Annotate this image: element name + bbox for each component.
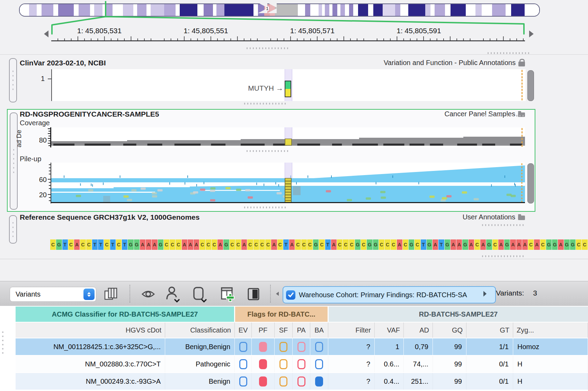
clinvar-variant-marker[interactable] (285, 81, 291, 97)
column-header-ba[interactable]: BA (310, 322, 328, 338)
visibility-eye-icon[interactable] (140, 286, 157, 302)
flag-cell[interactable] (293, 373, 310, 390)
sequence-base: C (170, 239, 175, 250)
cell-vaf[interactable]: 0.4... (375, 373, 404, 390)
flag-cell[interactable] (310, 373, 328, 390)
splitter-handle[interactable] (247, 47, 288, 49)
cell-gt[interactable]: 0/1 (466, 373, 513, 390)
cell-classification[interactable]: Benign (165, 373, 235, 390)
flag-cell[interactable] (293, 338, 310, 355)
flag-pa[interactable] (297, 342, 305, 352)
flag-cell[interactable] (275, 338, 293, 355)
cell-filter[interactable]: ? (328, 356, 375, 372)
flag-cell[interactable] (252, 373, 275, 390)
view-selector-dropdown[interactable]: Variants (10, 287, 96, 302)
column-layout-icon[interactable] (103, 286, 119, 302)
flag-ba[interactable] (315, 359, 323, 369)
group-header-2[interactable]: Flags for RD-BATC... (235, 307, 328, 322)
cell-gq[interactable]: 99 (433, 373, 466, 390)
pill-scroll-left-arrow[interactable] (276, 292, 279, 296)
chromosome-ideogram[interactable] (19, 3, 540, 17)
coordinate-ruler[interactable]: 1: 45,805,5311: 45,805,5511: 45,805,5711… (51, 26, 525, 43)
cell-gt[interactable]: 0/1 (466, 356, 513, 372)
flag-ev[interactable] (239, 359, 247, 369)
column-header-pf[interactable]: PF (252, 322, 275, 338)
column-header-ev[interactable]: EV (235, 322, 252, 338)
flag-ev[interactable] (239, 376, 247, 387)
flag-cell[interactable] (252, 338, 275, 355)
flag-cell[interactable] (310, 338, 328, 355)
cell-ad[interactable]: 74,... (404, 356, 433, 372)
group-header-3[interactable]: RD-BATCH5-SAMPLE27 (329, 307, 588, 322)
flag-cell[interactable] (235, 373, 252, 390)
flag-pf[interactable] (259, 359, 267, 369)
row-gutter-handle[interactable] (2, 331, 3, 354)
splitter-handle[interactable] (482, 255, 524, 257)
flag-cell[interactable] (293, 356, 310, 372)
folder-icon[interactable] (518, 216, 525, 220)
flag-pf[interactable] (259, 342, 267, 352)
cell-filter[interactable]: ? (328, 373, 375, 390)
lock-icon[interactable] (518, 62, 525, 66)
splitter-handle[interactable] (244, 103, 286, 104)
scroll-right-arrow[interactable] (529, 30, 534, 37)
cell-hgvs[interactable]: NM_000249.3:c.-93G>A (16, 373, 165, 390)
flag-pf[interactable] (259, 376, 267, 387)
cell-hgvs[interactable]: NM_001128425.1:c.36+325C>G,... (16, 338, 165, 355)
cell-ad[interactable]: 251... (404, 373, 433, 390)
column-header-classification[interactable]: Classification (165, 322, 235, 338)
cell-classification[interactable]: Benign,Benign (165, 338, 235, 355)
column-header-filter[interactable]: Filter (328, 322, 375, 338)
group-header-1[interactable]: ACMG Classifier for RD-BATCH5-SAMPLE27 (16, 307, 234, 322)
splitter-handle[interactable] (482, 224, 524, 226)
cell-ad[interactable]: 0,79 (404, 338, 433, 355)
flag-ba[interactable] (315, 342, 323, 352)
flag-cell[interactable] (235, 338, 252, 355)
flag-cell[interactable] (252, 356, 275, 372)
splitter-handle[interactable] (488, 52, 529, 54)
clinvar-scrollbar[interactable] (527, 70, 534, 101)
column-header-hgvs-cdot[interactable]: HGVS cDot (16, 322, 165, 338)
splitter-handle[interactable] (247, 150, 288, 152)
cell-hgvs[interactable]: NM_002880.3:c.770C>T (16, 356, 165, 372)
checkbox-checked-icon[interactable] (286, 290, 295, 300)
flag-cell[interactable] (275, 356, 293, 372)
sample-filter-icon[interactable] (164, 286, 181, 302)
scroll-left-arrow[interactable] (44, 30, 48, 37)
splitter-handle[interactable] (244, 207, 286, 208)
flag-sf[interactable] (279, 359, 287, 369)
cell-vaf[interactable]: 0.6... (375, 356, 404, 372)
flag-cell[interactable] (310, 356, 328, 372)
add-table-icon[interactable] (220, 286, 236, 302)
flag-ev[interactable] (239, 342, 247, 352)
warehouse-cohort-filter[interactable]: Warehouse Cohort: Primary Findings: RD-B… (283, 286, 496, 303)
flag-cell[interactable] (275, 373, 293, 390)
cell-vaf[interactable]: 1 (375, 338, 404, 355)
column-header-zyg-[interactable]: Zyg... (513, 322, 588, 338)
cell-zyg[interactable]: Homoz (513, 338, 588, 355)
cell-filter[interactable]: ? (328, 338, 375, 355)
flag-sf[interactable] (279, 342, 287, 352)
cell-gq[interactable]: 99 (433, 356, 466, 372)
cell-gt[interactable]: 1/1 (466, 338, 513, 355)
column-header-gq[interactable]: GQ (433, 322, 466, 338)
cell-classification[interactable]: Pathogenic (165, 356, 235, 372)
region-filter-icon[interactable] (191, 286, 208, 302)
flag-pa[interactable] (297, 359, 305, 369)
splitter-handle[interactable] (482, 115, 524, 117)
column-header-vaf[interactable]: VAF (375, 322, 404, 338)
column-header-gt[interactable]: GT (466, 322, 513, 338)
column-header-pa[interactable]: PA (293, 322, 310, 338)
column-header-sf[interactable]: SF (275, 322, 293, 338)
flag-sf[interactable] (279, 376, 287, 387)
chevron-right-icon[interactable] (483, 291, 487, 297)
flag-cell[interactable] (235, 356, 252, 372)
flag-ba[interactable] (315, 376, 323, 387)
pileup-scrollbar[interactable] (527, 163, 534, 203)
cell-zyg[interactable]: H (513, 356, 588, 372)
panel-toggle-icon[interactable] (245, 286, 262, 302)
column-header-ad[interactable]: AD (404, 322, 433, 338)
cell-zyg[interactable]: H (513, 373, 588, 390)
flag-pa[interactable] (297, 376, 305, 387)
cell-gq[interactable]: 99 (433, 338, 466, 355)
